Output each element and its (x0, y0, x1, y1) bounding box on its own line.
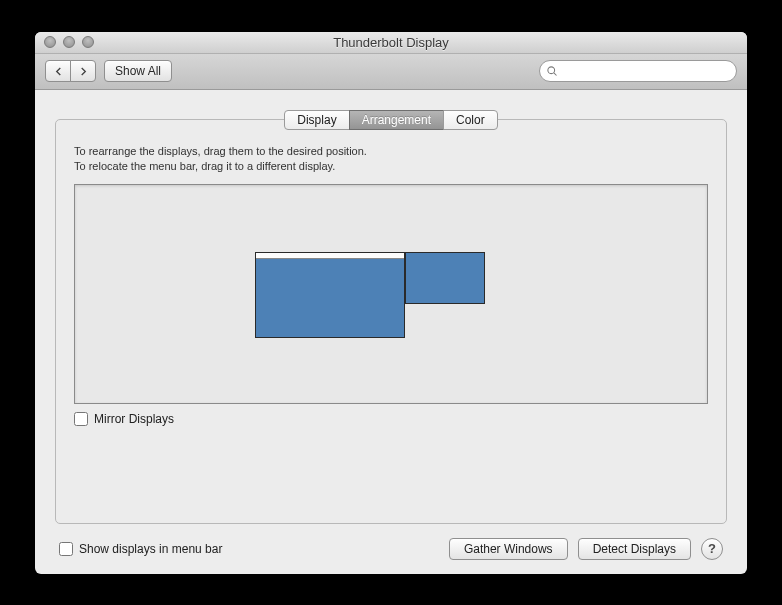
back-button[interactable] (45, 60, 71, 82)
chevron-right-icon (79, 67, 88, 76)
mirror-displays-label: Mirror Displays (94, 412, 174, 426)
instructions-line1: To rearrange the displays, drag them to … (74, 145, 367, 157)
svg-line-1 (554, 73, 557, 76)
zoom-window-button[interactable] (82, 36, 94, 48)
tab-color[interactable]: Color (443, 110, 498, 130)
help-button[interactable]: ? (701, 538, 723, 560)
display-arrangement-area[interactable] (74, 184, 708, 404)
display-primary[interactable] (255, 252, 405, 338)
show-in-menu-bar-checkbox[interactable] (59, 542, 73, 556)
show-all-button[interactable]: Show All (104, 60, 172, 82)
footer-row: Show displays in menu bar Gather Windows… (55, 524, 727, 560)
window-controls (35, 36, 94, 48)
display-secondary[interactable] (405, 252, 485, 304)
gather-windows-button[interactable]: Gather Windows (449, 538, 568, 560)
toolbar: Show All (35, 54, 747, 90)
search-input[interactable] (562, 63, 730, 79)
detect-displays-button[interactable]: Detect Displays (578, 538, 691, 560)
content-area: Display Arrangement Color To rearrange t… (35, 90, 747, 574)
menu-bar-indicator[interactable] (256, 253, 404, 259)
instructions-line2: To relocate the menu bar, drag it to a d… (74, 160, 335, 172)
tab-group: Display Arrangement Color (284, 110, 497, 130)
search-icon (546, 65, 558, 77)
tab-display[interactable]: Display (284, 110, 349, 130)
preferences-window: Thunderbolt Display Show All Display Arr… (35, 32, 747, 574)
arrangement-panel: To rearrange the displays, drag them to … (55, 119, 727, 524)
nav-buttons (45, 60, 96, 82)
titlebar: Thunderbolt Display (35, 32, 747, 54)
show-in-menu-bar-row[interactable]: Show displays in menu bar (59, 542, 222, 556)
close-window-button[interactable] (44, 36, 56, 48)
svg-point-0 (548, 67, 555, 74)
mirror-displays-row[interactable]: Mirror Displays (74, 412, 708, 426)
chevron-left-icon (54, 67, 63, 76)
show-in-menu-bar-label: Show displays in menu bar (79, 542, 222, 556)
mirror-displays-checkbox[interactable] (74, 412, 88, 426)
tab-arrangement[interactable]: Arrangement (349, 110, 444, 130)
minimize-window-button[interactable] (63, 36, 75, 48)
window-title: Thunderbolt Display (35, 35, 747, 50)
search-field[interactable] (539, 60, 737, 82)
forward-button[interactable] (70, 60, 96, 82)
tabs-container: Display Arrangement Color (55, 110, 727, 130)
instructions-text: To rearrange the displays, drag them to … (74, 144, 708, 175)
